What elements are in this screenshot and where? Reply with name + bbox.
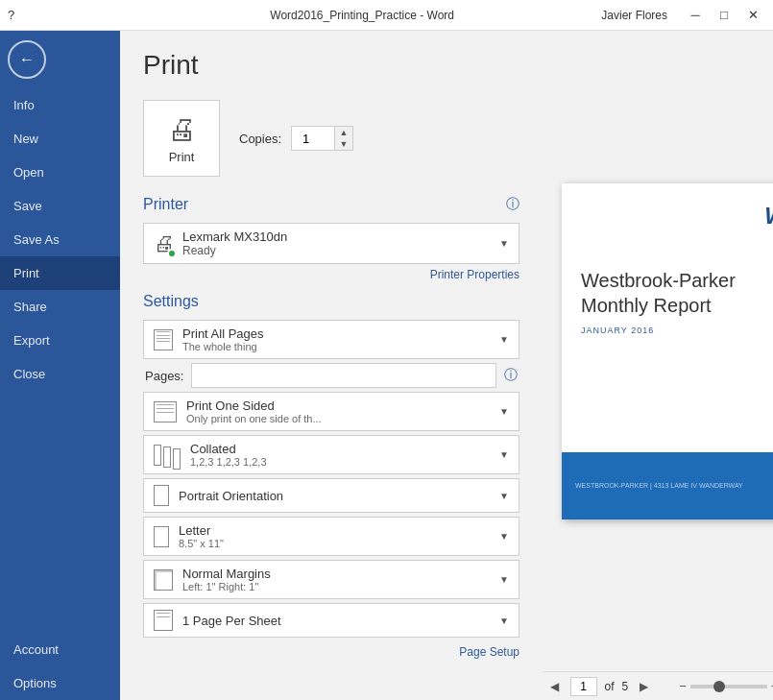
preview-area: ▲ ▼ WP Westbrook-Parker Monthly Report J… (543, 31, 773, 671)
copies-input-wrap: ▲ ▼ (291, 126, 353, 151)
user-name: Javier Flores (601, 9, 667, 22)
print-button-row: 🖨 Print Copies: ▲ ▼ (143, 100, 519, 177)
doc-title: Westbrook-Parker Monthly Report (581, 268, 773, 318)
sidebar-item-info[interactable]: Info (0, 88, 120, 122)
maximize-button[interactable]: □ (712, 6, 737, 25)
sidebar-item-new[interactable]: New (0, 122, 120, 156)
sides-icon (154, 401, 177, 422)
printer-section-header: Printer ⓘ (143, 196, 519, 213)
sidebar-item-save-as[interactable]: Save As (0, 223, 120, 256)
setting-collated-left: Collated 1,2,3 1,2,3 1,2,3 (154, 442, 267, 468)
zoom-controls: − + 35% (679, 679, 773, 693)
back-button[interactable]: ← (8, 40, 46, 79)
setting-sides-left: Print One Sided Only print on one side o… (154, 398, 322, 424)
settings-section-title: Settings (143, 293, 199, 310)
pages-range-text: Print All Pages The whole thing (182, 326, 264, 352)
current-page-input[interactable] (570, 677, 597, 696)
window-title: Word2016_Printing_Practice - Word (123, 9, 601, 22)
setting-collated[interactable]: Collated 1,2,3 1,2,3 1,2,3 ▼ (143, 435, 519, 474)
title-bar-right: Javier Flores ─ □ ✕ (601, 6, 765, 25)
copies-up-button[interactable]: ▲ (335, 127, 352, 138)
collated-text: Collated 1,2,3 1,2,3 1,2,3 (190, 442, 267, 468)
margins-main: Normal Margins (182, 567, 271, 581)
orientation-text: Portrait Orientation (179, 489, 283, 503)
prev-page-button[interactable]: ◀ (546, 678, 563, 695)
pps-text: 1 Page Per Sheet (182, 614, 281, 628)
collated-main: Collated (190, 442, 267, 456)
paper-size-icon (154, 526, 169, 547)
pages-row: Pages: ⓘ (143, 363, 519, 388)
sides-arrow: ▼ (499, 406, 509, 417)
window-controls: ─ □ ✕ (683, 6, 765, 25)
zoom-out-button[interactable]: − (679, 679, 687, 693)
pages-range-arrow: ▼ (499, 334, 509, 345)
setting-pps-left: 1 Page Per Sheet (154, 610, 281, 631)
page-setup-link[interactable]: Page Setup (143, 645, 519, 659)
next-page-button[interactable]: ▶ (636, 678, 652, 695)
setting-paper-size[interactable]: Letter 8.5" x 11" ▼ (143, 517, 519, 556)
sidebar-item-export[interactable]: Export (0, 324, 120, 357)
orientation-arrow: ▼ (499, 491, 509, 501)
printer-status: Ready (182, 244, 287, 257)
sidebar-item-close[interactable]: Close (0, 357, 120, 391)
sidebar-item-print[interactable]: Print (0, 256, 120, 290)
setting-margins-left: Normal Margins Left: 1" Right: 1" (154, 567, 271, 592)
of-label: of (605, 680, 615, 693)
sidebar-item-save[interactable]: Save (0, 189, 120, 223)
pages-input[interactable] (191, 363, 496, 388)
printer-icon: 🖨 (167, 113, 196, 146)
margins-text: Normal Margins Left: 1" Right: 1" (182, 567, 271, 592)
pages-info-icon[interactable]: ⓘ (504, 367, 518, 384)
sidebar-item-account[interactable]: Account (0, 633, 120, 666)
sidebar: ← Info New Open Save Save As Print Share… (0, 31, 120, 700)
sidebar-item-share[interactable]: Share (0, 290, 120, 324)
pages-label: Pages: (145, 369, 183, 383)
copies-section: Copies: ▲ ▼ (239, 126, 353, 151)
copies-input[interactable] (292, 127, 334, 150)
setting-pages-per-sheet[interactable]: 1 Page Per Sheet ▼ (143, 603, 519, 638)
copies-down-button[interactable]: ▼ (335, 138, 352, 150)
printer-device-icon: 🖨 (154, 231, 175, 256)
help-icon[interactable]: ? (8, 8, 14, 22)
printer-properties-link[interactable]: Printer Properties (143, 268, 519, 281)
setting-pages-range-left: Print All Pages The whole thing (154, 326, 264, 352)
collated-sub: 1,2,3 1,2,3 1,2,3 (190, 456, 267, 468)
doc-footer-bar: WESTBROOK-PARKER | 4313 LAME IV WANDERWA… (562, 452, 773, 519)
pps-main: 1 Page Per Sheet (182, 614, 281, 628)
app-body: ← Info New Open Save Save As Print Share… (0, 31, 773, 700)
main-content: Print 🖨 Print Copies: ▲ ▼ (120, 31, 773, 700)
document-preview: WP Westbrook-Parker Monthly Report JANUA… (562, 183, 773, 519)
zoom-slider[interactable] (690, 685, 767, 688)
pages-range-main: Print All Pages (182, 326, 264, 341)
sidebar-item-open[interactable]: Open (0, 156, 120, 189)
paper-size-sub: 8.5" x 11" (179, 538, 224, 549)
close-button[interactable]: ✕ (740, 6, 765, 25)
margins-arrow: ▼ (499, 574, 509, 585)
sides-sub: Only print on one side of th... (186, 413, 322, 424)
orientation-icon (154, 485, 169, 506)
setting-orientation[interactable]: Portrait Orientation ▼ (143, 478, 519, 513)
preview-nav: ◀ of 5 ▶ − + 35% ⛶ (543, 671, 773, 700)
minimize-button[interactable]: ─ (683, 6, 708, 25)
collated-arrow: ▼ (499, 449, 509, 460)
setting-margins[interactable]: Normal Margins Left: 1" Right: 1" ▼ (143, 560, 519, 599)
sidebar-item-options[interactable]: Options (0, 666, 120, 700)
setting-sides[interactable]: Print One Sided Only print on one side o… (143, 392, 519, 431)
back-icon: ← (19, 51, 35, 68)
paper-size-main: Letter (179, 523, 224, 538)
setting-pages-range[interactable]: Print All Pages The whole thing ▼ (143, 320, 519, 359)
settings-section-header: Settings (143, 293, 519, 310)
copies-label: Copies: (239, 132, 281, 146)
print-button-label: Print (169, 150, 195, 164)
setting-orientation-left: Portrait Orientation (154, 485, 283, 506)
print-button[interactable]: 🖨 Print (143, 100, 220, 177)
preview-panel: ▲ ▼ WP Westbrook-Parker Monthly Report J… (543, 31, 773, 700)
printer-info-icon[interactable]: ⓘ (506, 196, 519, 213)
printer-selector[interactable]: 🖨 Lexmark MX310dn Ready ▼ (143, 223, 519, 264)
margins-icon (154, 569, 173, 591)
orientation-main: Portrait Orientation (179, 489, 283, 503)
doc-top: WP Westbrook-Parker Monthly Report JANUA… (562, 183, 773, 452)
sides-text: Print One Sided Only print on one side o… (186, 398, 322, 424)
printer-status-dot (167, 249, 177, 258)
printer-name: Lexmark MX310dn (182, 229, 287, 244)
